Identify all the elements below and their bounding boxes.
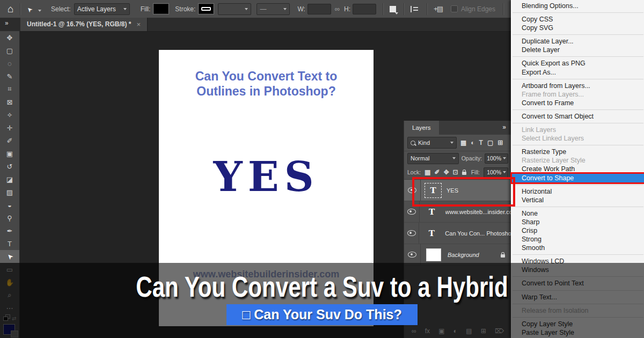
type-tool-icon: T (8, 240, 12, 248)
menu-item-artboard-from-layers[interactable]: Artboard from Layers... (512, 82, 644, 90)
stroke-color-swatch[interactable] (199, 4, 214, 14)
filter-shape-icon[interactable]: ▢ (487, 139, 493, 146)
dodge-tool-icon: ⚲ (7, 214, 12, 222)
brush-tool[interactable]: ✐ (0, 134, 19, 147)
fill-label: Fill: (141, 5, 151, 13)
blur-tool[interactable]: ◒ (0, 199, 19, 211)
layer-row-can-you-con-photoshop[interactable]: TCan You Con... Photoshop? (404, 223, 511, 244)
menu-item-copy-svg[interactable]: Copy SVG (512, 24, 644, 32)
path-operations-button[interactable] (390, 6, 396, 12)
menu-item-quick-export-as-png[interactable]: Quick Export as PNG (512, 59, 644, 68)
eraser-tool[interactable]: ◪ (0, 173, 19, 186)
current-tool-button[interactable]: ➤ (27, 4, 41, 14)
history-brush-tool[interactable]: ↺ (0, 160, 19, 173)
crop-tool-icon: ⌗ (8, 85, 11, 93)
fill-color-swatch[interactable] (153, 4, 169, 14)
frame-tool[interactable]: ⊠ (0, 95, 19, 108)
blend-mode-dropdown[interactable]: Normal (407, 153, 459, 164)
link-dimensions-icon[interactable]: ∞ (335, 5, 340, 13)
blend-mode-value: Normal (411, 155, 429, 161)
menu-item-convert-to-smart-object[interactable]: Convert to Smart Object (512, 112, 644, 121)
lock-artboard-icon[interactable]: ⊡ (453, 168, 458, 176)
lock-paint-icon[interactable]: ✐ (434, 168, 440, 176)
menu-item-none[interactable]: None (512, 209, 644, 218)
move-tool[interactable]: ✥ (0, 31, 19, 44)
align-edges-label: Align Edges (461, 5, 495, 13)
height-input[interactable] (353, 4, 376, 14)
path-selection-tool-icon: ➤ (5, 252, 14, 261)
gradient-tool-icon: ▨ (6, 188, 13, 196)
eye-icon (408, 252, 416, 258)
text-layer-thumbnail: T (425, 227, 438, 239)
filter-kind-dropdown[interactable]: Kind (407, 137, 457, 149)
marquee-tool[interactable]: ▢ (0, 44, 19, 57)
eyedropper-tool[interactable]: ✧ (0, 108, 19, 121)
visibility-toggle[interactable] (404, 244, 421, 265)
width-input[interactable] (308, 4, 331, 14)
menu-item-duplicate-layer[interactable]: Duplicate Layer... (512, 37, 644, 46)
annotation-red-box-yes-layer (412, 177, 515, 207)
menu-item-export-as[interactable]: Export As... (512, 68, 644, 77)
layers-panel-tab-bar: Layers » (404, 121, 511, 135)
gradient-tool[interactable]: ▨ (0, 186, 19, 199)
collapse-chevrons-icon[interactable]: » (5, 19, 9, 27)
align-edges-checkbox[interactable]: Align Edges (451, 5, 495, 13)
menu-item-delete-layer[interactable]: Delete Layer (512, 46, 644, 54)
stroke-width-dropdown[interactable] (218, 3, 251, 15)
menu-item-convert-to-shape[interactable]: Convert to Shape (512, 174, 644, 182)
menu-item-copy-css[interactable]: Copy CSS (512, 15, 644, 24)
filter-adjustment-icon[interactable]: ◐ (471, 139, 474, 146)
pen-tool-icon: ✒ (7, 227, 13, 235)
lock-position-icon[interactable]: ✥ (444, 168, 449, 176)
layer-row-background[interactable]: Background (404, 244, 511, 266)
menu-item-convert-to-frame[interactable]: Convert to Frame (512, 99, 644, 107)
dodge-tool[interactable]: ⚲ (0, 211, 19, 224)
type-tool[interactable]: T (0, 237, 19, 250)
filter-pixel-icon[interactable]: ▩ (460, 139, 466, 146)
opacity-value-field[interactable]: 100% (485, 153, 508, 164)
lasso-tool[interactable]: ◌ (0, 57, 19, 70)
lock-all-icon[interactable] (462, 172, 466, 175)
clone-stamp-tool[interactable]: ▣ (0, 147, 19, 160)
select-mode-dropdown[interactable]: Active Layers (74, 3, 130, 15)
menu-item-smooth[interactable]: Smooth (512, 244, 644, 252)
eye-icon (407, 230, 416, 236)
filter-smart-object-icon[interactable]: ⊞ (497, 139, 503, 146)
path-alignment-button[interactable] (411, 6, 419, 12)
pen-tool[interactable]: ✒ (0, 224, 19, 237)
move-tool-icon: ✥ (7, 34, 13, 42)
menu-item-create-work-path[interactable]: Create Work Path (512, 165, 644, 173)
menu-item-strong[interactable]: Strong (512, 235, 644, 244)
fill-value-field[interactable]: 100% (484, 167, 508, 178)
lock-transparent-icon[interactable]: ▦ (425, 168, 430, 176)
menu-item-rasterize-type[interactable]: Rasterize Type (512, 148, 644, 156)
crop-tool[interactable]: ⌗ (0, 83, 19, 95)
menu-item-sharp[interactable]: Sharp (512, 218, 644, 226)
filter-type-icon[interactable]: T (479, 139, 483, 146)
visibility-toggle[interactable] (404, 223, 419, 244)
eyedropper-tool-icon: ✧ (7, 111, 13, 119)
menu-item-vertical[interactable]: Vertical (512, 196, 644, 204)
width-label: W: (297, 5, 305, 13)
quick-selection-tool[interactable]: ✎ (0, 70, 19, 83)
menu-item-horizontal[interactable]: Horizontal (512, 187, 644, 196)
document-tab[interactable]: Untitled-1 @ 16.7% (YES, RGB/8) * × (20, 18, 148, 31)
panel-collapse-icon[interactable]: » (502, 123, 506, 131)
menu-item-crisp[interactable]: Crisp (512, 226, 644, 235)
close-icon[interactable]: × (136, 18, 141, 31)
blend-mode-row: Normal Opacity: 100% (404, 151, 511, 165)
stroke-style-dropdown[interactable]: — (257, 3, 290, 15)
text-layer-thumbnail: T (425, 206, 439, 218)
menu-separator (513, 207, 643, 207)
path-selection-tool[interactable]: ➤ (0, 250, 19, 263)
path-arrangement-button[interactable]: +▤ (434, 5, 442, 13)
healing-brush-tool[interactable]: ✛ (0, 121, 19, 134)
eye-icon (407, 209, 416, 215)
home-icon[interactable]: ⌂ (8, 3, 13, 15)
divider (427, 3, 427, 15)
layer-name: www.websiteb...insider.com (445, 209, 511, 215)
menu-separator (513, 123, 643, 123)
tab-layers[interactable]: Layers (404, 121, 439, 135)
menu-item-blending-options[interactable]: Blending Options... (512, 2, 644, 10)
brush-tool-icon: ✐ (7, 137, 13, 145)
